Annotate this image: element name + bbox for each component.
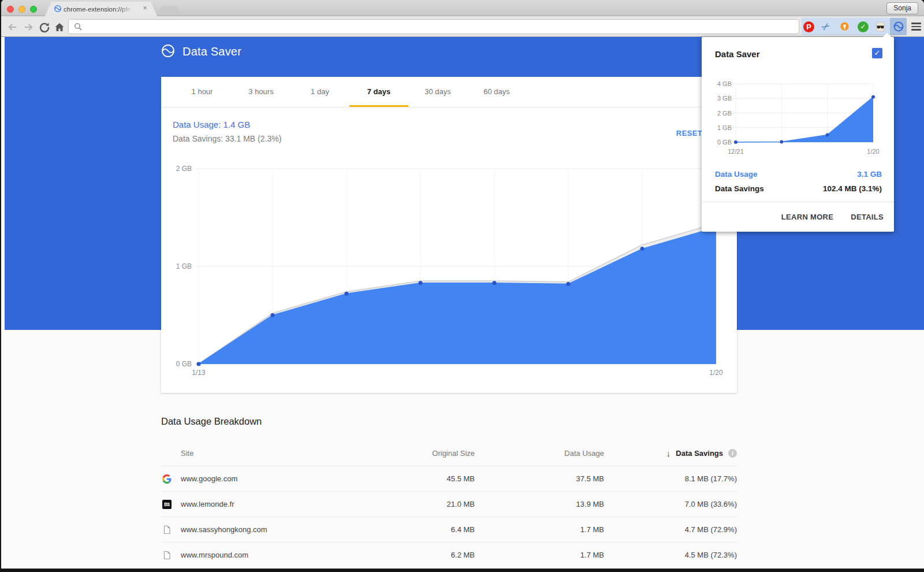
original-size-cell: 6.4 MB: [336, 525, 475, 534]
svg-text:1/20: 1/20: [709, 369, 723, 377]
breakdown-title: Data Usage Breakdown: [161, 416, 262, 427]
table-header-row: Site Original Size Data Usage ↓ Data Sav…: [161, 440, 737, 466]
popup-title: Data Saver: [715, 49, 760, 59]
col-header-data-savings[interactable]: ↓ Data Savings i: [604, 448, 737, 458]
sort-desc-icon: ↓: [666, 448, 671, 458]
original-size-cell: 45.5 MB: [336, 474, 475, 483]
data-saver-logo-icon: [161, 44, 175, 58]
home-icon[interactable]: [54, 21, 65, 33]
site-url: www.lemonde.fr: [181, 500, 234, 508]
scissors-extension-icon[interactable]: ✂: [822, 21, 833, 32]
search-icon: [74, 23, 83, 31]
reload-icon[interactable]: [39, 21, 50, 33]
popup-usage-row: Data Usage 3.1 GB: [715, 170, 882, 180]
col-header-original-size[interactable]: Original Size: [336, 449, 475, 458]
popup-savings-value: 102.4 MB (3.1%): [823, 184, 882, 195]
data-usage-cell: 37.5 MB: [475, 474, 604, 483]
lemonde-favicon-icon: m: [162, 500, 172, 509]
enable-checkbox[interactable]: ✓: [872, 48, 882, 58]
table-row[interactable]: www.mrspound.com 6.2 MB 1.7 MB 4.5 MB (7…: [161, 542, 737, 567]
openvpn-keyhole-extension-icon[interactable]: [839, 21, 850, 32]
learn-more-button[interactable]: LEARN MORE: [781, 213, 833, 221]
usage-area-chart: 0 GB1 GB2 GB1/131/20: [161, 77, 737, 393]
green-check-extension-icon[interactable]: ✓: [858, 21, 869, 32]
page-title: Data Saver: [182, 45, 241, 58]
tab-close-icon[interactable]: ×: [141, 5, 149, 13]
info-icon[interactable]: i: [728, 449, 737, 458]
generic-page-icon: [162, 551, 172, 560]
svg-text:2 GB: 2 GB: [717, 110, 732, 117]
address-input[interactable]: [86, 20, 795, 33]
popup-usage-value: 3.1 GB: [857, 170, 882, 180]
data-saver-favicon-icon: [54, 5, 62, 13]
address-bar[interactable]: [68, 19, 799, 34]
data-savings-cell: 7.0 MB (33.6%): [604, 500, 737, 508]
site-url: www.google.com: [181, 474, 237, 483]
data-saver-icon: [893, 21, 904, 32]
google-favicon-icon: [162, 474, 172, 484]
svg-text:3 GB: 3 GB: [717, 95, 732, 102]
data-usage-cell: 1.7 MB: [475, 525, 604, 534]
data-usage-cell: 13.9 MB: [475, 500, 604, 508]
spy-goggles-extension-icon[interactable]: [875, 21, 886, 32]
pinterest-extension-icon[interactable]: P: [803, 21, 814, 32]
site-url: www.sassyhongkong.com: [181, 525, 267, 534]
titlebar: chrome-extension://pfmgfd × Sonja: [1, 0, 924, 16]
data-savings-cell: 8.1 MB (17.7%): [604, 474, 737, 483]
new-tab-button[interactable]: [158, 6, 180, 14]
close-window-button[interactable]: [7, 6, 14, 13]
svg-text:0 GB: 0 GB: [176, 360, 192, 368]
svg-text:1/20: 1/20: [867, 148, 879, 155]
minimize-window-button[interactable]: [18, 6, 25, 13]
svg-text:12/21: 12/21: [728, 148, 744, 155]
col-header-site[interactable]: Site: [161, 449, 336, 458]
svg-text:1 GB: 1 GB: [176, 262, 192, 270]
popup-usage-label: Data Usage: [715, 170, 758, 180]
back-icon[interactable]: [7, 21, 18, 33]
svg-text:1/13: 1/13: [192, 369, 206, 377]
svg-text:1 GB: 1 GB: [717, 124, 732, 131]
svg-text:2 GB: 2 GB: [176, 165, 192, 173]
original-size-cell: 21.0 MB: [336, 500, 475, 508]
breakdown-table: Site Original Size Data Usage ↓ Data Sav…: [161, 440, 737, 567]
data-savings-cell: 4.7 MB (72.9%): [604, 525, 737, 534]
usage-chart-card: 1 hour 3 hours 1 day 7 days 30 days 60 d…: [161, 77, 737, 393]
table-row[interactable]: m www.lemonde.fr 21.0 MB 13.9 MB 7.0 MB …: [161, 491, 737, 517]
col-header-data-usage[interactable]: Data Usage: [475, 449, 604, 458]
popup-actions: LEARN MORE DETAILS: [702, 202, 894, 232]
browser-window: chrome-extension://pfmgfd × Sonja P ✂: [0, 0, 924, 569]
site-url: www.mrspound.com: [181, 551, 248, 559]
table-row[interactable]: www.sassyhongkong.com 6.4 MB 1.7 MB 4.7 …: [161, 517, 737, 542]
data-usage-cell: 1.7 MB: [475, 551, 604, 559]
zoom-window-button[interactable]: [30, 6, 37, 13]
data-saver-popup: Data Saver ✓ 0 GB1 GB2 GB3 GB4 GB12/211/…: [702, 37, 894, 232]
svg-text:4 GB: 4 GB: [717, 80, 732, 87]
original-size-cell: 6.2 MB: [336, 551, 475, 559]
browser-tab[interactable]: chrome-extension://pfmgfd ×: [45, 2, 157, 16]
table-row[interactable]: www.google.com 45.5 MB 37.5 MB 8.1 MB (1…: [161, 466, 737, 491]
details-button[interactable]: DETAILS: [851, 213, 884, 221]
generic-page-icon: [162, 525, 172, 534]
tab-title: chrome-extension://pfmgfd: [64, 6, 132, 13]
forward-icon[interactable]: [23, 21, 34, 33]
profile-button[interactable]: Sonja: [886, 2, 918, 14]
svg-text:0 GB: 0 GB: [717, 139, 732, 146]
popup-savings-label: Data Savings: [715, 184, 764, 195]
menu-icon[interactable]: [911, 23, 921, 31]
popup-savings-row: Data Savings 102.4 MB (3.1%): [715, 184, 882, 195]
data-savings-cell: 4.5 MB (72.3%): [604, 551, 737, 559]
data-saver-extension-button[interactable]: [890, 18, 907, 35]
